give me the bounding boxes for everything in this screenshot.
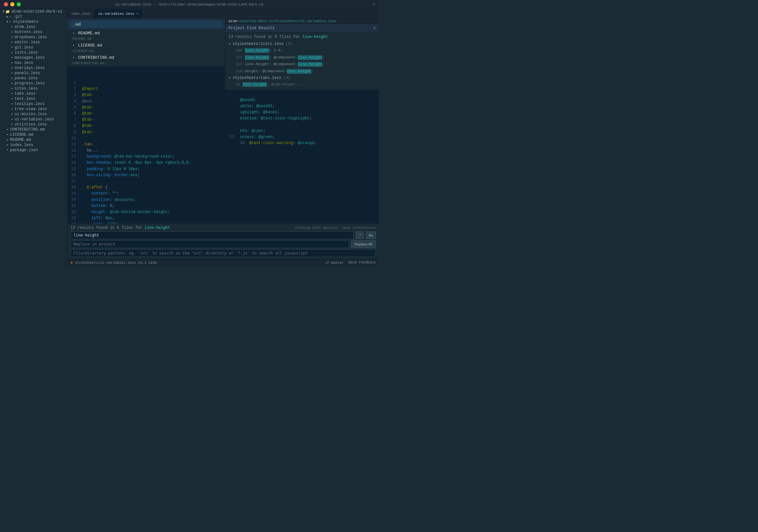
overlay-result-readme-primary[interactable]: ▪ README.md	[67, 30, 225, 37]
result-primary-label: README.md	[78, 31, 100, 36]
code-content-right[interactable]: @base0; ubtle: @base01; ighlight: @base1…	[237, 90, 379, 223]
find-file-header-lists: ▪ stylesheets/lists.less (4)	[228, 42, 376, 46]
find-filter-input[interactable]	[71, 249, 376, 257]
find-result-line: 22line-height: @tab-height...	[228, 81, 376, 88]
find-input-row: .* Aa	[71, 231, 376, 239]
sidebar-item-sites-less[interactable]: ▪sites.less	[0, 86, 67, 91]
sidebar-item-progress-less[interactable]: ▪progress.less	[0, 81, 67, 86]
file-icon: ▪	[6, 143, 9, 147]
find-regex-button[interactable]: .*	[356, 231, 363, 239]
find-result-line: 117line-height: @component-line-height;	[228, 54, 376, 61]
sidebar-item-ui-variables-less[interactable]: ▪ui-variables.less	[0, 117, 67, 122]
sidebar-item-index-less[interactable]: ▪index.less	[0, 143, 67, 148]
sidebar-item-package-json[interactable]: ▪package.json	[0, 148, 67, 153]
file-icon: ▪	[11, 25, 13, 29]
branch-icon: ⎇	[325, 261, 329, 265]
breadcrumb-text: atom-	[228, 19, 239, 23]
file-icon: ▪	[73, 55, 75, 60]
minimize-button[interactable]	[10, 2, 15, 6]
file-icon: ▪	[6, 128, 9, 132]
find-replace-input[interactable]	[71, 240, 349, 248]
file-icon: ▪	[228, 76, 231, 80]
tab-ui-variables-less[interactable]: ui-variables.less ×	[94, 9, 142, 18]
line-numbers-right: 33	[225, 90, 237, 223]
code-content-left[interactable]: @import @tab- @mod... @tab- @tab- @tab- …	[79, 78, 225, 223]
status-branch[interactable]: ⎇ master	[325, 260, 344, 265]
sidebar-item-nav-less[interactable]: ▪nav.less	[0, 60, 67, 65]
sidebar-item-editor-less[interactable]: ▪editor.less	[0, 40, 67, 45]
overlay-search-input[interactable]	[71, 20, 222, 28]
tab-close-icon[interactable]: ×	[136, 12, 138, 16]
overlay-result-contributing-secondary[interactable]: CONTRIBUTING.md	[67, 61, 225, 66]
file-icon: ▪	[11, 56, 13, 60]
file-icon: ▪	[11, 107, 13, 111]
sidebar-item-readme-md[interactable]: ▪README.md	[0, 137, 67, 143]
file-icon: ▪	[11, 87, 13, 90]
file-icon: ▪	[228, 42, 231, 46]
tab-tabs-less[interactable]: tabs.less	[67, 9, 94, 18]
status-bar: ● stylesheets/ui-variables.less 24,1 LES…	[67, 259, 379, 266]
replace-all-button[interactable]: Replace All	[351, 240, 376, 248]
status-position: 24,1	[138, 261, 146, 265]
sidebar-item-stylesheets[interactable]: ▼ ▪ stylesheets	[0, 19, 67, 24]
folder-icon: ▪	[9, 20, 12, 24]
result-primary-label: CONTRIBUTING.md	[78, 55, 114, 60]
file-icon: ▪	[11, 117, 13, 121]
maximize-button[interactable]	[17, 2, 21, 6]
sidebar-item-panels-less[interactable]: ▪panels.less	[0, 71, 67, 76]
sidebar-item-messages-less[interactable]: ▪messages.less	[0, 55, 67, 60]
sidebar-item-git-less[interactable]: ▪git.less	[0, 45, 67, 50]
panel-content: 13 results found in 6 files for line-hei…	[225, 33, 379, 90]
sidebar-item-license-md[interactable]: ▪LICENSE.md	[0, 132, 67, 137]
find-case-button[interactable]: Aa	[366, 231, 376, 239]
status-grammar: LESS	[148, 261, 156, 265]
file-icon: ▪	[73, 31, 75, 36]
sidebar-item-dropdowns-less[interactable]: ▪dropdowns.less	[0, 35, 67, 40]
close-button[interactable]	[4, 2, 8, 6]
sidebar-item-ui-mixins-less[interactable]: ▪ui-mixins.less	[0, 112, 67, 117]
window-title: ui-variables.less — /Users/tclem/.atom/p…	[115, 3, 263, 6]
overlay-result-license-primary[interactable]: ▪ LICENSE.md	[67, 42, 225, 49]
sidebar-item-tabs-less[interactable]: ▪tabs.less	[0, 91, 67, 96]
find-result-line: 118height: @component-line-height;	[228, 68, 376, 75]
find-filter-row	[71, 249, 376, 257]
file-icon: ▪	[73, 43, 75, 48]
folder-icon: ▪	[9, 15, 12, 18]
sidebar-item-lists-less[interactable]: ▪lists.less	[0, 50, 67, 55]
file-icon: ▪	[11, 61, 13, 65]
status-send-feedback[interactable]: Send Feedback	[348, 260, 376, 265]
folder-icon: 📁	[6, 10, 10, 14]
file-icon: ▪	[11, 71, 13, 75]
file-icon: ▪	[11, 30, 13, 34]
overlay-result-license-secondary[interactable]: LICENSE.md	[67, 49, 225, 54]
sidebar-item-root[interactable]: ▼ 📁 atom-solarized-dark-ui	[0, 9, 67, 14]
result-secondary-label: README.md	[73, 37, 91, 41]
sidebar-item-contributing-md[interactable]: ▪CONTRIBUTING.md	[0, 127, 67, 132]
overlay-result-readme-secondary[interactable]: README.md	[67, 37, 225, 42]
sidebar-item-overlays-less[interactable]: ▪overlays.less	[0, 65, 67, 71]
sidebar-item-tooltips-less[interactable]: ▪tooltips.less	[0, 101, 67, 107]
panel-close-button[interactable]: ×	[373, 26, 376, 31]
sidebar-item-buttons-less[interactable]: ▪buttons.less	[0, 29, 67, 35]
find-bar-top: 13 results found in 6 files for line-hei…	[71, 225, 376, 230]
sidebar-item-atom-less[interactable]: ▪atom.less	[0, 24, 67, 29]
file-icon: ▪	[11, 122, 13, 126]
tab-label: tabs.less	[71, 12, 90, 16]
result-secondary-label: LICENSE.md	[73, 49, 94, 53]
editor-right-pane: atom-solarize-dark-ui/stylesheets/ui-var…	[225, 18, 379, 223]
file-icon: ▪	[11, 112, 13, 116]
sidebar-item-tree-view-less[interactable]: ▪tree-view.less	[0, 107, 67, 112]
file-icon: ▪	[11, 92, 13, 96]
sidebar-stylesheets-label: stylesheets	[13, 19, 39, 24]
find-bar-term: line-height	[144, 225, 170, 230]
find-search-input[interactable]	[71, 231, 354, 239]
overlay-result-contributing-primary[interactable]: ▪ CONTRIBUTING.md	[67, 54, 225, 61]
sidebar: ▼ 📁 atom-solarized-dark-ui ▶ ▪ .git ▼ ▪ …	[0, 9, 67, 266]
sidebar-item-text-less[interactable]: ▪text.less	[0, 96, 67, 101]
sidebar-item-git[interactable]: ▶ ▪ .git	[0, 14, 67, 19]
result-primary-label: LICENSE.md	[78, 43, 102, 48]
sidebar-item-panes-less[interactable]: ▪panes.less	[0, 76, 67, 81]
main-layout: ▼ 📁 atom-solarized-dark-ui ▶ ▪ .git ▼ ▪ …	[0, 9, 379, 266]
file-icon: ▪	[11, 51, 13, 54]
sidebar-item-utilities-less[interactable]: ▪utilities.less	[0, 122, 67, 127]
